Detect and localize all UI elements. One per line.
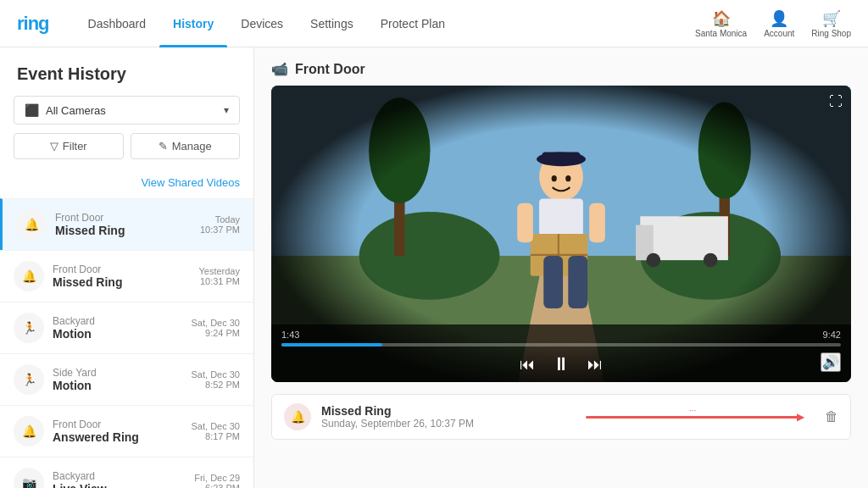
header-ring-shop[interactable]: 🛒 Ring Shop <box>811 9 851 38</box>
event-icon-2: 🏃 <box>14 313 44 343</box>
event-info-0: Front Door Missed Ring <box>55 212 200 237</box>
account-icon: 👤 <box>770 9 788 28</box>
view-shared: View Shared Videos <box>0 171 253 198</box>
event-item-1[interactable]: 🔔 Front Door Missed Ring Yesterday 10:31… <box>0 250 253 302</box>
home-icon: 🏠 <box>712 9 731 28</box>
doorbell-icon: 📹 <box>271 61 288 77</box>
current-time: 1:43 <box>281 330 299 340</box>
event-info-1: Front Door Missed Ring <box>53 263 198 289</box>
header: ring Dashboard History Devices Settings … <box>0 0 868 47</box>
event-info-5: Backyard Live View <box>53 470 194 488</box>
content-header: 📹 Front Door <box>271 61 851 77</box>
event-info-3: Side Yard Motion <box>53 367 192 392</box>
main-nav: Dashboard History Devices Settings Prote… <box>75 0 695 47</box>
event-item-5[interactable]: 📷 Backyard Live View Fri, Dec 29 6:23 PM <box>0 457 253 488</box>
action-row: ▽ Filter ✎ Manage <box>14 133 240 159</box>
event-item-0[interactable]: 🔔 Front Door Missed Ring Today 10:37 PM <box>0 198 253 250</box>
event-time-2: Sat, Dec 30 9:24 PM <box>192 318 240 338</box>
volume-button[interactable]: 🔊 <box>821 352 841 372</box>
event-info-4: Front Door Answered Ring <box>53 419 192 444</box>
sidebar-controls: ⬛ All Cameras ▾ ▽ Filter ✎ Manage <box>0 96 253 171</box>
event-icon-4: 🔔 <box>14 416 44 446</box>
sidebar-title: Event History <box>0 47 253 96</box>
nav-settings[interactable]: Settings <box>297 0 367 47</box>
progress-bar[interactable] <box>281 343 841 347</box>
manage-button[interactable]: ✎ Manage <box>131 133 241 159</box>
nav-devices[interactable]: Devices <box>227 0 297 47</box>
event-time-0: Today 10:37 PM <box>200 214 240 235</box>
total-time: 9:42 <box>823 330 841 340</box>
event-item-3[interactable]: 🏃 Side Yard Motion Sat, Dec 30 8:52 PM <box>0 353 253 405</box>
event-item-4[interactable]: 🔔 Front Door Answered Ring Sat, Dec 30 8… <box>0 405 253 457</box>
camera-select[interactable]: ⬛ All Cameras ▾ <box>14 96 240 125</box>
view-shared-link[interactable]: View Shared Videos <box>141 176 240 189</box>
event-time-3: Sat, Dec 30 8:52 PM <box>192 369 240 390</box>
device-title: Front Door <box>295 62 365 77</box>
shop-icon: 🛒 <box>822 9 841 28</box>
nav-history[interactable]: History <box>159 0 227 47</box>
event-bar-icon: 🔔 <box>284 403 311 430</box>
video-controls: 1:43 9:42 ⏮ ⏸ ⏭ 🔊 <box>271 324 851 382</box>
event-item-2[interactable]: 🏃 Backyard Motion Sat, Dec 30 9:24 PM <box>0 302 253 353</box>
skip-forward-button[interactable]: ⏭ <box>587 356 603 374</box>
playback-controls: ⏮ ⏸ ⏭ <box>281 353 841 375</box>
event-icon-1: 🔔 <box>14 261 44 291</box>
header-location[interactable]: 🏠 Santa Monica <box>695 9 747 38</box>
header-actions: 🏠 Santa Monica 👤 Account 🛒 Ring Shop <box>695 9 851 38</box>
manage-icon: ✎ <box>159 140 168 152</box>
filter-icon: ▽ <box>50 140 58 152</box>
event-time-1: Yesterday 10:31 PM <box>198 266 240 286</box>
event-icon-3: 🏃 <box>14 364 44 395</box>
logo-text: ring <box>17 13 49 34</box>
play-pause-button[interactable]: ⏸ <box>552 353 570 375</box>
logo: ring <box>17 13 49 35</box>
event-info-2: Backyard Motion <box>53 315 192 341</box>
video-player: ⛶ 1:43 9:42 ⏮ ⏸ ⏭ 🔊 <box>271 86 851 382</box>
header-account[interactable]: 👤 Account <box>764 9 794 38</box>
main-layout: Event History ⬛ All Cameras ▾ ▽ Filter ✎… <box>0 47 868 488</box>
nav-protect-plan[interactable]: Protect Plan <box>367 0 459 47</box>
event-time-4: Sat, Dec 30 8:17 PM <box>192 421 240 441</box>
skip-back-button[interactable]: ⏮ <box>520 356 535 374</box>
progress-fill <box>281 343 382 347</box>
event-share-area: ▶ ··· <box>569 416 816 419</box>
camera-icon: ⬛ <box>25 103 39 117</box>
event-icon-0: 🔔 <box>16 209 47 240</box>
expand-button[interactable]: ⛶ <box>829 94 843 109</box>
event-info-bar: 🔔 Missed Ring Sunday, September 26, 10:3… <box>271 394 851 440</box>
delete-button[interactable]: 🗑 <box>825 409 838 424</box>
event-bar-details: Missed Ring Sunday, September 26, 10:37 … <box>321 404 569 430</box>
chevron-down-icon: ▾ <box>224 104 229 116</box>
content-area: 📹 Front Door <box>254 47 868 488</box>
nav-dashboard[interactable]: Dashboard <box>75 0 160 47</box>
event-icon-5: 📷 <box>14 468 44 488</box>
filter-button[interactable]: ▽ Filter <box>14 133 124 159</box>
sidebar: Event History ⬛ All Cameras ▾ ▽ Filter ✎… <box>0 47 254 488</box>
event-time-5: Fri, Dec 29 6:23 PM <box>194 473 240 488</box>
